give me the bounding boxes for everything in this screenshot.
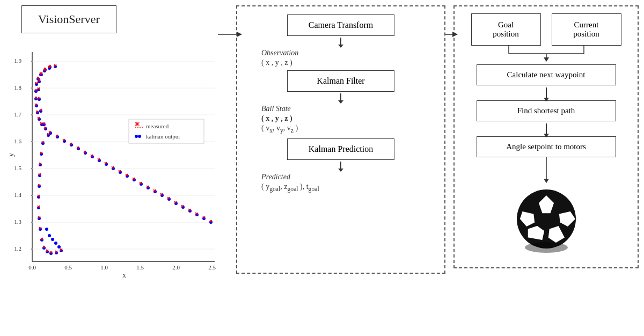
svg-text:1.8: 1.8 — [14, 84, 21, 91]
svg-text:1.6: 1.6 — [14, 138, 21, 144]
ball-state-math1: ( x , y , z ) — [261, 114, 436, 123]
vision-server-label: VisionServer — [38, 12, 100, 26]
svg-text:1.4: 1.4 — [14, 192, 21, 198]
kalman-dots — [34, 65, 213, 255]
svg-text:kalman output: kalman output — [146, 133, 180, 140]
predicted-label: Predicted — [261, 173, 436, 181]
svg-point-95 — [57, 245, 61, 249]
svg-text:2.0: 2.0 — [172, 264, 180, 271]
svg-text:x: x — [122, 271, 126, 279]
long-arrow — [453, 157, 639, 184]
current-position-box: Currentposition — [552, 13, 621, 46]
angle-setpoint-row: Angle setpoint to motors — [453, 136, 639, 157]
soccer-ball-container — [453, 184, 639, 254]
kalman-prediction-row: Kalman Prediction — [245, 138, 436, 160]
svg-text:1.7: 1.7 — [14, 111, 21, 118]
cw-arrow — [453, 85, 639, 100]
svg-point-98 — [48, 234, 51, 237]
svg-text:2.5: 2.5 — [208, 264, 216, 271]
svg-text:1.5: 1.5 — [14, 165, 21, 171]
svg-marker-237 — [544, 57, 549, 62]
svg-text:1.0: 1.0 — [100, 264, 108, 271]
chart-area: y x 1.9 1.8 1.7 1.6 1.5 1.4 1.3 1.2 0.0 … — [5, 41, 220, 288]
svg-point-96 — [54, 242, 57, 245]
kf-arrow — [245, 92, 436, 103]
goal-position-box: Goalposition — [471, 13, 541, 46]
ball-state-label: Ball State — [261, 105, 436, 113]
kalman-prediction-box: Kalman Prediction — [287, 138, 394, 160]
svg-text:0.5: 0.5 — [64, 264, 72, 271]
left-panel: VisionServer y x 1.9 1.8 1.7 1.6 1.5 1.4 — [5, 5, 231, 327]
soccer-ball — [511, 184, 581, 254]
find-shortest-box: Find shortest path — [477, 100, 616, 121]
right-panel: Goalposition Currentposition Calculate n… — [453, 5, 639, 336]
fs-arrow — [453, 121, 639, 136]
camera-transform-box: Camera Transform — [287, 14, 394, 36]
ct-arrow — [245, 36, 436, 47]
chart-svg: y x 1.9 1.8 1.7 1.6 1.5 1.4 1.3 1.2 0.0 … — [5, 41, 220, 288]
svg-text:1.5: 1.5 — [136, 264, 144, 271]
svg-text:0.0: 0.0 — [28, 264, 36, 271]
svg-marker-248 — [452, 32, 458, 37]
svg-point-97 — [51, 238, 54, 241]
angle-setpoint-box: Angle setpoint to motors — [477, 136, 616, 157]
middle-panel: Camera Transform Observation ( x , y , z… — [236, 5, 445, 274]
kalman-filter-row: Kalman Filter — [245, 70, 436, 92]
observation-math: ( x , y , z ) — [261, 59, 436, 67]
svg-text:1.3: 1.3 — [14, 218, 21, 225]
converge-arrows — [453, 46, 639, 62]
camera-transform-row: Camera Transform — [245, 14, 436, 36]
calc-waypoint-box: Calculate next waypoint — [477, 64, 616, 85]
svg-text:✕: ✕ — [135, 121, 140, 127]
svg-point-228 — [138, 135, 141, 138]
vision-server-box: VisionServer — [21, 5, 116, 33]
observation-label: Observation — [261, 49, 436, 57]
measured-dots — [35, 64, 212, 253]
middle-to-right-arrow — [445, 29, 459, 40]
predicted-math: ( ygoal, zgoal ), tgoal — [261, 182, 436, 193]
calc-waypoint-row: Calculate next waypoint — [453, 64, 639, 85]
svg-text:y: y — [7, 153, 15, 157]
top-position-boxes: Goalposition Currentposition — [453, 13, 639, 46]
find-shortest-row: Find shortest path — [453, 100, 639, 121]
svg-marker-239 — [544, 179, 549, 183]
kp-arrow — [245, 160, 436, 171]
ball-state-math2: ( vx, vy, vz ) — [261, 124, 436, 134]
svg-point-227 — [135, 135, 138, 138]
kalman-filter-box: Kalman Filter — [287, 70, 394, 92]
svg-text:measured: measured — [146, 123, 169, 129]
svg-point-99 — [45, 228, 48, 231]
svg-point-246 — [525, 242, 568, 253]
svg-text:1.2: 1.2 — [14, 245, 21, 252]
svg-text:1.9: 1.9 — [14, 57, 21, 64]
